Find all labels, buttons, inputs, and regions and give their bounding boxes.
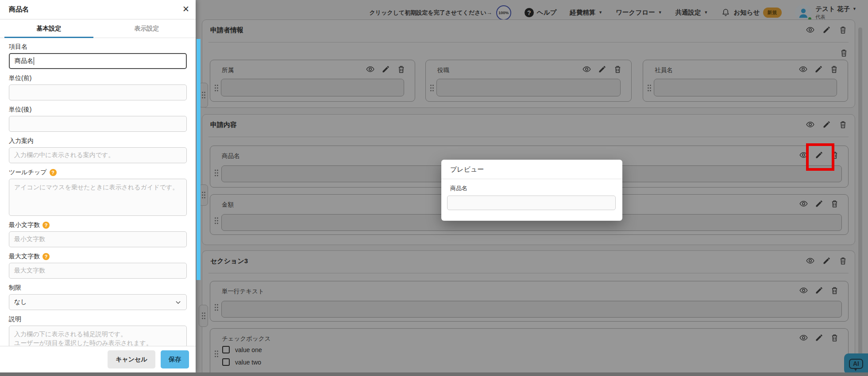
drawer-header: 商品名 ✕ xyxy=(0,0,196,19)
restriction-select[interactable]: なし xyxy=(9,294,187,310)
preview-field-label: 商品名 xyxy=(450,184,613,192)
max-chars-label: 最大文字数 xyxy=(9,253,40,261)
unit-after-input[interactable] xyxy=(9,116,187,132)
tooltip-textarea[interactable]: アイコンにマウスを乗せたときに表示されるガイドです。 xyxy=(9,179,187,216)
text-caret xyxy=(34,57,34,65)
item-name-input[interactable]: 商品名 xyxy=(9,53,187,69)
close-button[interactable]: ✕ xyxy=(182,4,189,14)
window-bottom-edge xyxy=(0,372,868,376)
preview-popup: プレビュー 商品名 xyxy=(441,160,622,221)
description-textarea[interactable]: 入力欄の下に表示される補足説明です。 ユーザーが項目を選択した時のみ表示されます… xyxy=(9,326,187,346)
restriction-label: 制限 xyxy=(9,284,187,292)
drawer-title: 商品名 xyxy=(9,5,29,14)
min-chars-input[interactable]: 最小文字数 xyxy=(9,231,187,247)
unit-before-label: 単位(前) xyxy=(9,74,187,82)
app-window: クリックして初期設定を完了させてください→ 100% ? ヘルプ 経費精算 ▼ … xyxy=(0,0,868,376)
description-label: 説明 xyxy=(9,315,187,323)
drawer-scrollbar[interactable] xyxy=(197,39,201,280)
tooltip-label: ツールチップ xyxy=(9,169,47,176)
input-guide-label: 入力案内 xyxy=(9,137,187,145)
tab-display-settings[interactable]: 表示設定 xyxy=(98,19,196,38)
help-icon[interactable]: ? xyxy=(42,253,50,260)
unit-before-input[interactable] xyxy=(9,84,187,100)
drawer-body: 項目名 商品名 単位(前) 単位(後) 入力案内 入力欄の中に表示される案内です… xyxy=(0,38,196,346)
drawer-footer: キャンセル 保存 xyxy=(0,346,196,372)
save-button[interactable]: 保存 xyxy=(161,350,189,368)
tab-basic-settings[interactable]: 基本設定 xyxy=(0,19,98,38)
highlight-red-box xyxy=(806,143,834,171)
preview-title: プレビュー xyxy=(441,160,622,179)
item-name-label: 項目名 xyxy=(9,43,187,51)
chevron-down-icon xyxy=(174,299,182,306)
drawer-tabs: 基本設定 表示設定 xyxy=(0,19,196,38)
preview-field-input[interactable] xyxy=(447,196,616,210)
unit-after-label: 単位(後) xyxy=(9,106,187,114)
field-settings-drawer: 商品名 ✕ 基本設定 表示設定 項目名 商品名 単位(前) 単位(後) xyxy=(0,0,196,372)
input-guide-input[interactable]: 入力欄の中に表示される案内です。 xyxy=(9,147,187,163)
max-chars-input[interactable]: 最大文字数 xyxy=(9,263,187,279)
min-chars-label: 最小文字数 xyxy=(9,221,40,229)
cancel-button[interactable]: キャンセル xyxy=(108,350,155,368)
help-icon[interactable]: ? xyxy=(42,222,50,229)
help-icon[interactable]: ? xyxy=(50,169,57,176)
